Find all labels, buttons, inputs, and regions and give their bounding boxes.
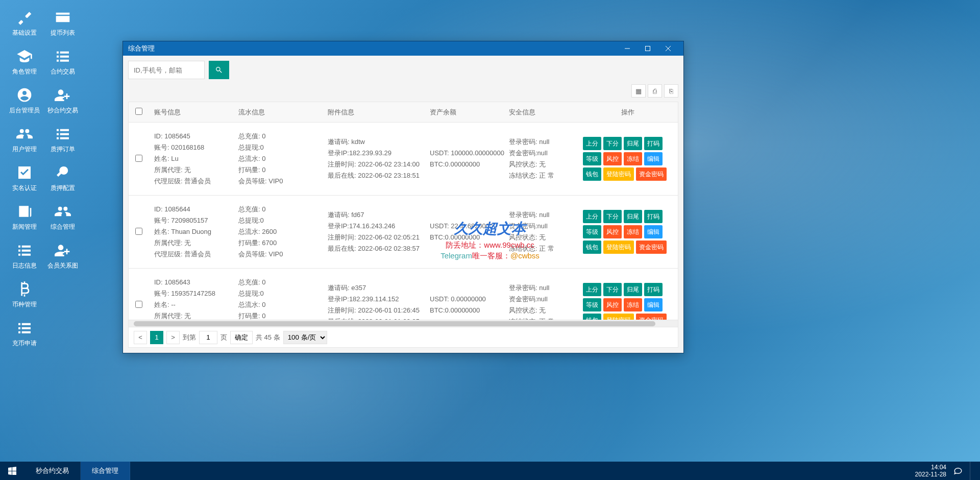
action-edit[interactable]: 编辑 <box>644 298 663 311</box>
bitcoin-icon <box>16 281 33 297</box>
search-icon <box>215 66 223 74</box>
action-code[interactable]: 打码 <box>644 283 663 296</box>
goto-label: 到第 <box>183 333 196 342</box>
table-row: ID: 1085645账号: 020168168 姓名: Lu 所属代理: 无 … <box>129 123 678 196</box>
action-down[interactable]: 下分 <box>603 137 622 150</box>
desktop-icon-12[interactable]: 日志信息 <box>5 238 43 274</box>
table-row: ID: 1085644账号: 7209805157 姓名: Thuan Duon… <box>129 196 678 269</box>
maximize-button[interactable] <box>638 41 658 56</box>
grad-icon <box>16 48 33 64</box>
clock[interactable]: 14:04 2022-11-28 <box>915 464 946 478</box>
action-fundpw[interactable]: 资金密码 <box>636 241 667 254</box>
desktop: 基础设置提币列表角色管理合约交易后台管理员秒合约交易用户管理质押订单实名认证质押… <box>0 0 87 357</box>
action-up[interactable]: 上分 <box>583 137 601 150</box>
search-input[interactable] <box>128 61 205 79</box>
cell-account: ID: 1085645账号: 020168168 姓名: Lu 所属代理: 无 … <box>149 127 233 191</box>
action-risk[interactable]: 风控 <box>603 152 622 165</box>
show-desktop-button[interactable] <box>970 462 973 480</box>
action-risk[interactable]: 风控 <box>603 225 622 238</box>
action-tail[interactable]: 归尾 <box>624 137 642 150</box>
data-table: 账号信息 流水信息 附件信息 资产余额 安全信息 操作 ID: 1085645账… <box>128 102 678 348</box>
action-fundpw[interactable]: 资金密码 <box>636 314 667 320</box>
minimize-button[interactable] <box>617 41 638 56</box>
desktop-icon-5[interactable]: 秒合约交易 <box>43 83 82 119</box>
page-size-select[interactable]: 100 条/页 <box>283 331 327 344</box>
cell-actions: 上分 下分 归尾 打码 等级 风控 冻结 编辑 钱包 登陆密码 资金密码 <box>578 279 678 320</box>
action-wallet[interactable]: 钱包 <box>583 314 601 320</box>
action-edit[interactable]: 编辑 <box>644 225 663 238</box>
goto-confirm-button[interactable]: 确定 <box>230 331 253 344</box>
desktop-icon-16[interactable]: 充币申请 <box>5 316 43 352</box>
action-loginpw[interactable]: 登陆密码 <box>603 241 634 254</box>
search-button[interactable] <box>209 61 229 79</box>
cell-security: 登录密码: null 资金密码:null 风控状态: 无 冻结状态: 正 常 <box>504 205 578 258</box>
action-up[interactable]: 上分 <box>583 210 601 223</box>
chat-icon[interactable] <box>953 466 963 475</box>
export-button[interactable]: ⎙ <box>648 84 662 98</box>
action-freeze[interactable]: 冻结 <box>624 152 642 165</box>
filter-columns-button[interactable]: ▦ <box>631 84 646 98</box>
action-tail[interactable]: 归尾 <box>624 283 642 296</box>
titlebar[interactable]: 综合管理 <box>123 41 683 56</box>
window-comprehensive-management: 综合管理 ▦ ⎙ ⎘ 账号信息 流水信息 附件信息 资产余额 安全信 <box>122 41 684 353</box>
row-checkbox[interactable] <box>135 155 142 162</box>
action-code[interactable]: 打码 <box>644 137 663 150</box>
cell-flow: 总充值: 0总提现:0 总流水: 0 打码量: 0 会员等级: VIP0 <box>233 273 323 320</box>
desktop-icon-9[interactable]: 质押配置 <box>43 160 82 197</box>
cell-balance: USDT: 0.00000000 BTC:0.00000000 <box>425 290 504 320</box>
select-all-checkbox[interactable] <box>135 108 142 115</box>
desktop-icon-13[interactable]: 会员关系图 <box>43 238 82 274</box>
print-button[interactable]: ⎘ <box>664 84 678 98</box>
list-icon <box>55 48 71 64</box>
user-plus-icon <box>55 87 71 103</box>
next-page-button[interactable]: > <box>166 331 180 344</box>
action-down[interactable]: 下分 <box>603 283 622 296</box>
action-wallet[interactable]: 钱包 <box>583 167 601 181</box>
start-button[interactable] <box>0 462 24 480</box>
desktop-icon-0[interactable]: 基础设置 <box>5 5 43 41</box>
action-edit[interactable]: 编辑 <box>644 152 663 165</box>
desktop-icon-2[interactable]: 角色管理 <box>5 44 43 80</box>
desktop-icon-4[interactable]: 后台管理员 <box>5 83 43 119</box>
taskbar-item[interactable]: 秒合约交易 <box>24 462 81 480</box>
col-flow-info: 流水信息 <box>233 104 323 121</box>
desktop-icon-7[interactable]: 质押订单 <box>43 122 82 158</box>
action-level[interactable]: 等级 <box>583 225 601 238</box>
desktop-icon-10[interactable]: 新闻管理 <box>5 199 43 235</box>
action-up[interactable]: 上分 <box>583 283 601 296</box>
cell-attachment: 邀请码: e357 登录IP:182.239.114.152 注册时间: 202… <box>323 278 425 320</box>
taskbar-item[interactable]: 综合管理 <box>81 462 130 480</box>
window-title: 综合管理 <box>128 44 617 53</box>
action-risk[interactable]: 风控 <box>603 298 622 311</box>
action-code[interactable]: 打码 <box>644 210 663 223</box>
desktop-icon-11[interactable]: 综合管理 <box>43 199 82 235</box>
row-checkbox[interactable] <box>135 301 142 308</box>
action-wallet[interactable]: 钱包 <box>583 241 601 254</box>
action-level[interactable]: 等级 <box>583 298 601 311</box>
action-level[interactable]: 等级 <box>583 152 601 165</box>
page-1-button[interactable]: 1 <box>150 331 163 344</box>
desktop-icon-14[interactable]: 币种管理 <box>5 277 43 313</box>
action-loginpw[interactable]: 登陆密码 <box>603 314 634 320</box>
desktop-icon-3[interactable]: 合约交易 <box>43 44 82 80</box>
page-input[interactable] <box>199 331 217 344</box>
horizontal-scrollbar[interactable] <box>129 320 678 327</box>
row-checkbox[interactable] <box>135 228 142 235</box>
close-button[interactable] <box>658 41 678 56</box>
desktop-icon-1[interactable]: 提币列表 <box>43 5 82 41</box>
col-actions: 操作 <box>578 104 678 121</box>
col-account-info: 账号信息 <box>149 104 233 121</box>
desktop-icon-8[interactable]: 实名认证 <box>5 160 43 197</box>
action-down[interactable]: 下分 <box>603 210 622 223</box>
cell-balance: USDT: 2248.68290000 BTC:0.00000000 <box>425 217 504 247</box>
action-freeze[interactable]: 冻结 <box>624 225 642 238</box>
prev-page-button[interactable]: < <box>134 331 147 344</box>
action-freeze[interactable]: 冻结 <box>624 298 642 311</box>
cell-attachment: 邀请码: kdtw 登录IP:182.239.93.29 注册时间: 2022-… <box>323 132 425 185</box>
action-loginpw[interactable]: 登陆密码 <box>603 167 634 181</box>
cell-actions: 上分 下分 归尾 打码 等级 风控 冻结 编辑 钱包 登陆密码 资金密码 <box>578 133 678 185</box>
desktop-icon-6[interactable]: 用户管理 <box>5 122 43 158</box>
action-fundpw[interactable]: 资金密码 <box>636 167 667 181</box>
action-tail[interactable]: 归尾 <box>624 210 642 223</box>
cell-flow: 总充值: 0总提现:0 总流水: 0 打码量: 0 会员等级: VIP0 <box>233 127 323 191</box>
